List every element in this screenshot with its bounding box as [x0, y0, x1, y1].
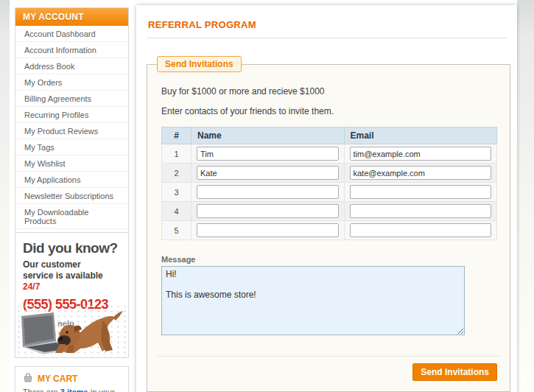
invite-name-input-2[interactable] [197, 166, 339, 180]
page-wrapper: MY ACCOUNT Account Dashboard Account Inf… [10, 0, 517, 392]
invite-email-input-4[interactable] [350, 204, 492, 218]
sidebar-item-recurring-profiles[interactable]: Recurring Profiles [15, 106, 128, 122]
cart-summary: There are 3 items in your cart. [15, 385, 128, 392]
page-title: REFERRAL PROGRAM [147, 16, 507, 38]
sidebar-item-my-wishlist[interactable]: My Wishlist [15, 155, 128, 171]
sidebar-item-newsletter-subscriptions[interactable]: Newsletter Subscriptions [15, 187, 128, 203]
sidebar-item-account-dashboard[interactable]: Account Dashboard [15, 26, 128, 41]
invite-email-input-3[interactable] [350, 185, 492, 199]
cart-items-link[interactable]: 3 items [60, 388, 88, 392]
invite-email-input-5[interactable] [350, 223, 492, 237]
sidebar-item-my-downloadable-products[interactable]: My Downloadable Products [15, 203, 128, 228]
invite-row-number: 3 [162, 183, 192, 202]
invite-col-name: Name [192, 127, 345, 144]
screen: MY ACCOUNT Account Dashboard Account Inf… [0, 0, 534, 392]
invite-row-number: 4 [162, 202, 192, 221]
invite-row-number: 2 [162, 164, 192, 183]
promo-service-text: Our customer service is available 24/7 [23, 259, 111, 293]
sidebar-item-billing-agreements[interactable]: Billing Agreements [15, 90, 128, 106]
offer-text: Buy for $1000 or more and recieve $1000 [161, 86, 497, 97]
instruction-text: Enter contacts of your friends to invite… [161, 106, 497, 116]
sidebar-item-account-information[interactable]: Account Information [15, 41, 128, 57]
account-nav-panel: MY ACCOUNT Account Dashboard Account Inf… [15, 7, 129, 262]
invite-name-input-5[interactable] [197, 223, 339, 237]
invite-row-number: 1 [162, 144, 192, 164]
sidebar-item-my-product-reviews[interactable]: My Product Reviews [15, 122, 128, 139]
main-content-panel: REFERRAL PROGRAM Send Invitations Buy fo… [136, 5, 517, 392]
promo-service-highlight: 24/7 [23, 281, 40, 292]
sidebar-item-my-applications[interactable]: My Applications [15, 171, 128, 187]
message-textarea[interactable]: Hi! This is awesome store! [161, 266, 465, 335]
cart-title: MY CART [38, 374, 77, 384]
invite-row: 3 [162, 183, 497, 202]
form-divider [157, 356, 500, 357]
invite-email-input-1[interactable] [350, 147, 492, 161]
invite-email-input-2[interactable] [350, 166, 492, 180]
sidebar-item-address-book[interactable]: Address Book [15, 57, 128, 74]
send-invitations-fieldset: Send Invitations Buy for $1000 or more a… [147, 56, 510, 392]
invite-row: 2 [162, 164, 497, 183]
cart-bag-icon [23, 373, 33, 384]
sidebar-item-my-orders[interactable]: My Orders [15, 74, 128, 90]
invite-contacts-table: # Name Email 1 2 [161, 127, 497, 240]
invite-row-number: 5 [162, 221, 192, 240]
did-you-know-banner: Did you know? Our customer service is av… [15, 232, 129, 358]
invite-name-input-1[interactable] [197, 147, 339, 161]
invite-row: 1 [162, 144, 497, 164]
send-invitations-legend: Send Invitations [157, 56, 242, 72]
invite-name-input-4[interactable] [197, 204, 339, 218]
message-label: Message [161, 255, 497, 264]
invite-col-number: # [162, 127, 192, 144]
invite-name-input-3[interactable] [197, 185, 339, 199]
account-nav-list: Account Dashboard Account Information Ad… [15, 26, 128, 261]
sidebar-item-my-tags[interactable]: My Tags [15, 139, 128, 155]
my-cart-panel: MY CART There are 3 items in your cart. [15, 366, 129, 392]
invite-col-email: Email [344, 127, 497, 144]
promo-service-prefix: Our customer service is available [23, 259, 103, 281]
cart-text-before: There are [23, 388, 60, 392]
invite-row: 4 [162, 202, 497, 221]
invite-row: 5 [162, 221, 497, 240]
account-nav-title: MY ACCOUNT [15, 8, 128, 26]
send-invitations-button[interactable]: Send Invitations [412, 363, 497, 381]
dog-with-laptop-image [15, 306, 128, 357]
promo-heading: Did you know? [23, 240, 121, 256]
